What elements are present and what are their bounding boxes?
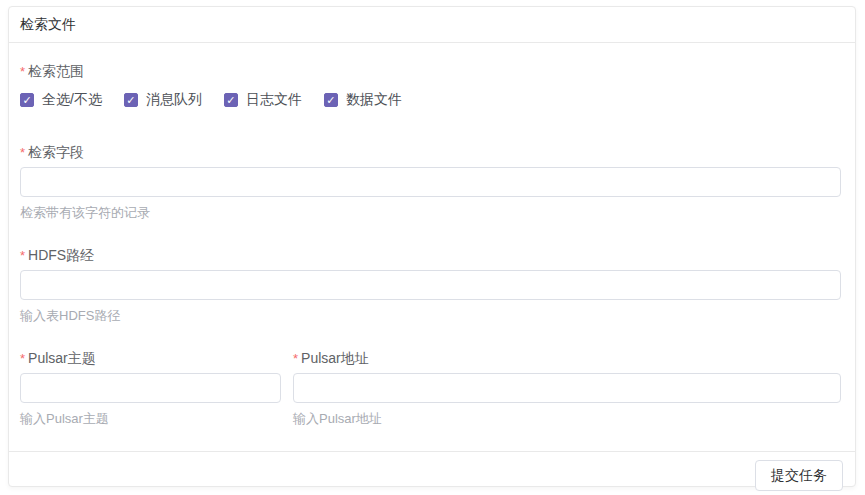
form-item-hdfs-path: *HDFS路经 输入表HDFS路径 xyxy=(20,245,841,324)
required-asterisk: * xyxy=(20,64,25,79)
required-asterisk: * xyxy=(293,351,298,366)
required-asterisk: * xyxy=(20,351,25,366)
keyword-input[interactable] xyxy=(20,167,841,197)
pulsar-address-hint: 输入Pulsar地址 xyxy=(293,411,841,427)
form-item-keyword: *检索字段 检索带有该字符的记录 xyxy=(20,142,841,221)
pulsar-address-input[interactable] xyxy=(293,373,841,403)
checkbox-label: 全选/不选 xyxy=(42,91,102,109)
hdfs-path-hint: 输入表HDFS路径 xyxy=(20,308,841,324)
form-item-pulsar-address: *Pulsar地址 输入Pulsar地址 xyxy=(293,348,841,427)
pulsar-topic-label: *Pulsar主题 xyxy=(20,348,281,369)
card-body: *检索范围 ✓ 全选/不选 ✓ 消息队列 ✓ 日志文件 ✓ 数据文件 xyxy=(9,43,855,451)
checkbox-label: 数据文件 xyxy=(346,91,402,109)
keyword-label: *检索字段 xyxy=(20,142,841,163)
checkbox-checked-icon[interactable]: ✓ xyxy=(224,93,238,107)
search-files-card: 检索文件 *检索范围 ✓ 全选/不选 ✓ 消息队列 ✓ 日志文件 xyxy=(8,6,856,487)
scope-checkbox-group: ✓ 全选/不选 ✓ 消息队列 ✓ 日志文件 ✓ 数据文件 xyxy=(20,90,841,110)
required-asterisk: * xyxy=(20,145,25,160)
checkbox-option-message-queue[interactable]: ✓ 消息队列 xyxy=(124,91,202,109)
card-footer: 提交任务 xyxy=(9,451,855,495)
pulsar-topic-hint: 输入Pulsar主题 xyxy=(20,411,281,427)
checkbox-checked-icon[interactable]: ✓ xyxy=(124,93,138,107)
pulsar-row: *Pulsar主题 输入Pulsar主题 *Pulsar地址 输入Pulsar地… xyxy=(20,348,841,451)
scope-label: *检索范围 xyxy=(20,61,841,82)
pulsar-topic-input[interactable] xyxy=(20,373,281,403)
checkbox-option-data-files[interactable]: ✓ 数据文件 xyxy=(324,91,402,109)
form-item-scope: *检索范围 ✓ 全选/不选 ✓ 消息队列 ✓ 日志文件 ✓ 数据文件 xyxy=(20,61,841,110)
checkbox-option-log-files[interactable]: ✓ 日志文件 xyxy=(224,91,302,109)
hdfs-path-input[interactable] xyxy=(20,270,841,300)
required-asterisk: * xyxy=(20,248,25,263)
keyword-hint: 检索带有该字符的记录 xyxy=(20,205,841,221)
submit-task-button[interactable]: 提交任务 xyxy=(755,460,843,491)
checkbox-label: 消息队列 xyxy=(146,91,202,109)
form-item-pulsar-topic: *Pulsar主题 输入Pulsar主题 xyxy=(20,348,281,427)
checkbox-checked-icon[interactable]: ✓ xyxy=(324,93,338,107)
checkbox-label: 日志文件 xyxy=(246,91,302,109)
card-title: 检索文件 xyxy=(20,16,76,32)
checkbox-option-select-all[interactable]: ✓ 全选/不选 xyxy=(20,91,102,109)
hdfs-path-label: *HDFS路经 xyxy=(20,245,841,266)
checkbox-checked-icon[interactable]: ✓ xyxy=(20,93,34,107)
card-header: 检索文件 xyxy=(9,7,855,43)
pulsar-address-label: *Pulsar地址 xyxy=(293,348,841,369)
